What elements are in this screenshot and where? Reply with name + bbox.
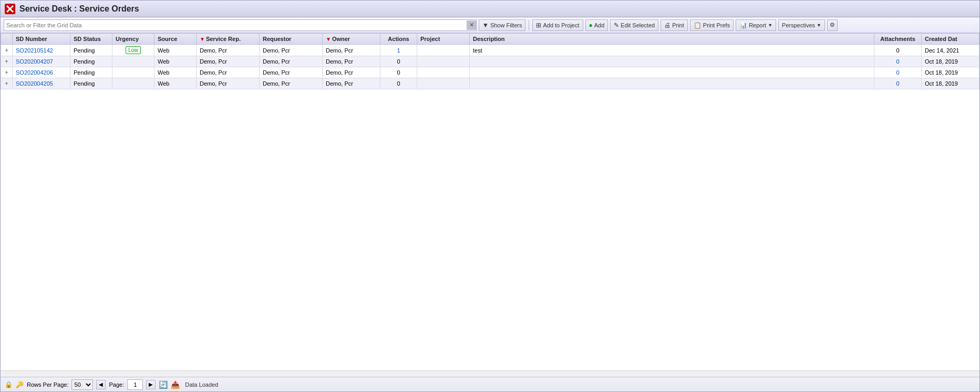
bottom-bar: 🔒 🔑 Rows Per Page: 10 25 50 100 ◀ Page: … — [1, 377, 979, 391]
owner-cell: Demo, Pcr — [323, 56, 380, 67]
created-date-cell: Dec 14, 2021 — [922, 45, 979, 56]
col-header-source[interactable]: Source — [154, 34, 197, 45]
horizontal-scrollbar[interactable] — [1, 370, 979, 377]
edit-icon: ✎ — [614, 22, 619, 29]
page-input[interactable] — [127, 379, 143, 390]
urgency-cell — [112, 78, 154, 89]
row-add-cell[interactable]: + — [1, 56, 13, 67]
service-rep-cell: Demo, Pcr — [197, 78, 260, 89]
attachments-cell[interactable]: 0 — [874, 78, 922, 89]
sd-number-link[interactable]: SO202004205 — [16, 80, 53, 87]
refresh-button[interactable]: 🔄 — [159, 380, 168, 389]
col-header-attachments[interactable]: Attachments — [874, 34, 922, 45]
source-cell: Web — [154, 56, 197, 67]
status-text: Data Loaded — [185, 381, 218, 388]
col-header-created-date[interactable]: Created Dat — [922, 34, 979, 45]
col-header-sd-number[interactable]: SD Number — [13, 34, 70, 45]
col-header-add — [1, 34, 13, 45]
attachments-cell[interactable]: 0 — [874, 67, 922, 78]
col-header-actions[interactable]: Actions — [380, 34, 417, 45]
attachments-cell: 0 — [874, 45, 922, 56]
description-cell: test — [470, 45, 874, 56]
requestor-cell: Demo, Pcr — [260, 78, 323, 89]
col-header-urgency[interactable]: Urgency — [112, 34, 154, 45]
sd-number-cell[interactable]: SO202004206 — [13, 67, 70, 78]
sd-number-cell[interactable]: SO202105142 — [13, 45, 70, 56]
row-expand-icon[interactable]: + — [5, 47, 8, 54]
row-expand-icon[interactable]: + — [5, 69, 8, 76]
filter-icon: ▼ — [482, 22, 489, 29]
toolbar-separator — [529, 20, 529, 30]
key-icon: 🔑 — [16, 381, 24, 388]
col-header-description[interactable]: Description — [470, 34, 874, 45]
col-header-sd-status[interactable]: SD Status — [70, 34, 112, 45]
owner-cell: Demo, Pcr — [323, 78, 380, 89]
project-cell — [417, 56, 470, 67]
page-label: Page: — [109, 381, 124, 388]
attachments-cell[interactable]: 0 — [874, 56, 922, 67]
search-clear-button[interactable]: ✕ — [467, 20, 476, 30]
add-to-project-button[interactable]: ⊞ Add to Project — [532, 19, 583, 31]
owner-cell: Demo, Pcr — [323, 67, 380, 78]
table-row: + SO202004207 Pending Web Demo, Pcr Demo… — [1, 56, 979, 67]
created-date-cell: Oct 18, 2019 — [922, 78, 979, 89]
print-button[interactable]: 🖨 Print — [661, 19, 688, 31]
perspectives-button[interactable]: Perspectives ▼ — [778, 19, 825, 31]
project-cell — [417, 45, 470, 56]
urgency-cell: Low — [112, 45, 154, 56]
report-button[interactable]: 📊 Report ▼ — [736, 19, 776, 31]
source-cell: Web — [154, 45, 197, 56]
attachments-link[interactable]: 0 — [896, 80, 899, 87]
row-add-cell[interactable]: + — [1, 45, 13, 56]
first-page-button[interactable]: ◀ — [96, 380, 106, 389]
attachments-link[interactable]: 0 — [896, 58, 899, 65]
report-dropdown-icon: ▼ — [768, 23, 772, 28]
source-cell: Web — [154, 78, 197, 89]
project-cell — [417, 67, 470, 78]
project-cell — [417, 78, 470, 89]
row-add-cell[interactable]: + — [1, 67, 13, 78]
requestor-cell: Demo, Pcr — [260, 45, 323, 56]
sd-number-cell[interactable]: SO202004207 — [13, 56, 70, 67]
row-add-cell[interactable]: + — [1, 78, 13, 89]
sd-status-cell: Pending — [70, 56, 112, 67]
table-body: + SO202105142 Pending Low Web Demo, Pcr … — [1, 45, 979, 89]
app-logo — [5, 4, 15, 14]
print-icon: 🖨 — [664, 22, 670, 29]
row-expand-icon[interactable]: + — [5, 58, 8, 65]
sd-number-link[interactable]: SO202105142 — [16, 47, 53, 54]
toolbar: ✕ ▼ Show Filters ⊞ Add to Project ● Add … — [1, 17, 979, 33]
add-button[interactable]: ● Add — [585, 19, 608, 31]
table-row: + SO202004205 Pending Web Demo, Pcr Demo… — [1, 78, 979, 89]
show-filters-button[interactable]: ▼ Show Filters — [479, 19, 525, 31]
col-header-owner[interactable]: ▼Owner — [323, 34, 380, 45]
sd-number-link[interactable]: SO202004207 — [16, 58, 53, 65]
urgency-badge: Low — [126, 46, 140, 54]
col-header-service-rep[interactable]: ▼Service Rep. — [197, 34, 260, 45]
title-bar: Service Desk : Service Orders — [1, 1, 979, 17]
actions-cell[interactable]: 1 — [380, 45, 417, 56]
col-header-project[interactable]: Project — [417, 34, 470, 45]
grid-container[interactable]: SD Number SD Status Urgency Source ▼Serv… — [1, 33, 979, 370]
print-prefs-button[interactable]: 📋 Print Prefs — [690, 19, 734, 31]
attachments-link[interactable]: 0 — [896, 69, 899, 76]
next-page-button[interactable]: ▶ — [146, 380, 156, 389]
actions-cell: 0 — [380, 78, 417, 89]
row-expand-icon[interactable]: + — [5, 80, 8, 87]
export-button[interactable]: 📤 — [171, 380, 180, 389]
requestor-cell: Demo, Pcr — [260, 67, 323, 78]
sd-number-link[interactable]: SO202004206 — [16, 69, 53, 76]
search-container: ✕ — [4, 19, 477, 31]
table-row: + SO202004206 Pending Web Demo, Pcr Demo… — [1, 67, 979, 78]
sd-number-cell[interactable]: SO202004205 — [13, 78, 70, 89]
actions-link[interactable]: 1 — [397, 47, 400, 54]
rows-per-page-select[interactable]: 10 25 50 100 — [71, 379, 93, 390]
sd-status-cell: Pending — [70, 78, 112, 89]
add-icon: ● — [589, 22, 593, 29]
created-date-cell: Oct 18, 2019 — [922, 67, 979, 78]
perspectives-settings-button[interactable]: ⚙ — [827, 19, 838, 31]
search-input[interactable] — [4, 22, 467, 28]
edit-selected-button[interactable]: ✎ Edit Selected — [610, 19, 658, 31]
service-rep-cell: Demo, Pcr — [197, 56, 260, 67]
col-header-requestor[interactable]: Requestor — [260, 34, 323, 45]
